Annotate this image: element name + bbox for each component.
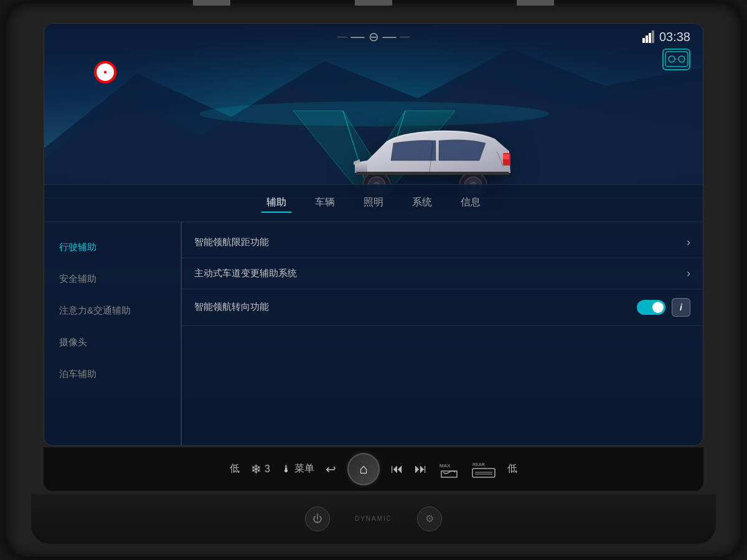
bg-scene: ● <box>44 24 703 210</box>
back-button[interactable]: ↩ <box>326 462 336 477</box>
signal-bar-3 <box>649 33 651 43</box>
home-button[interactable]: ⌂ <box>347 453 380 485</box>
bottom-bar: 低 ❄ 3 🌡 菜单 ↩ ⌂ ⏮ <box>44 447 703 491</box>
svg-text:REAR: REAR <box>472 462 484 467</box>
tab-vehicle[interactable]: 车辆 <box>310 194 340 213</box>
smart-cruise-label: 智能领航限距功能 <box>194 236 687 248</box>
assist-icon <box>662 49 690 70</box>
tab-assist[interactable]: 辅助 <box>261 194 291 213</box>
smart-steer-toggle[interactable] <box>637 300 665 315</box>
menu-panel: 辅助 车辆 照明 系统 信息 行驶辅助 安全辅助 注意力&交通辅助 摄像头 泊车… <box>44 184 703 446</box>
main-screen: ● <box>44 23 703 446</box>
left-temp-label: 低 <box>230 462 240 475</box>
tab-info[interactable]: 信息 <box>456 194 486 213</box>
sidebar-item-driving-assist[interactable]: 行驶辅助 <box>44 231 181 263</box>
tab-bar: 辅助 车辆 照明 系统 信息 <box>44 185 703 222</box>
svg-point-20 <box>679 56 685 62</box>
sidebar-item-attention-traffic[interactable]: 注意力&交通辅助 <box>44 295 181 327</box>
svg-text:MAX: MAX <box>439 463 451 469</box>
svg-point-19 <box>669 56 675 62</box>
top-clips <box>6 0 741 6</box>
menu-row-lane-change[interactable]: 主动式车道变更辅助系统 › <box>182 258 703 289</box>
left-sidebar: 行驶辅助 安全辅助 注意力&交通辅助 摄像头 泊车辅助 <box>44 222 181 446</box>
menu-row-smart-steer: 智能领航转向功能 i <box>182 289 703 326</box>
clip-2 <box>355 0 392 6</box>
signal-bar-2 <box>646 35 648 43</box>
back-icon: ↩ <box>326 462 336 477</box>
signal-icon <box>642 30 654 43</box>
signal-bar-1 <box>642 38 645 43</box>
bezel-bottom: ⏻ DYNAMIC ⚙ <box>31 494 716 544</box>
time-display: 03:38 <box>659 30 690 44</box>
dynamic-label: DYNAMIC <box>355 515 392 522</box>
prev-icon: ⏮ <box>391 462 403 476</box>
right-temp: 低 <box>507 462 517 475</box>
thermometer-icon: 🌡 <box>281 464 291 475</box>
next-button[interactable]: ⏭ <box>415 462 427 476</box>
tab-system[interactable]: 系统 <box>407 194 437 213</box>
menu-label: 菜单 <box>294 462 314 475</box>
svg-rect-24 <box>472 469 495 477</box>
sidebar-item-camera[interactable]: 摄像头 <box>44 327 181 358</box>
menu-button[interactable]: 🌡 菜单 <box>281 462 314 475</box>
clip-1 <box>193 0 230 6</box>
next-icon: ⏭ <box>415 462 427 476</box>
front-defrost[interactable]: MAX <box>438 460 460 478</box>
lane-change-label: 主动式车道变更辅助系统 <box>194 268 687 279</box>
svg-rect-15 <box>503 154 509 159</box>
fan-speed-label: 3 <box>265 464 270 475</box>
signal-bar-4 <box>652 30 654 43</box>
prev-button[interactable]: ⏮ <box>391 462 403 476</box>
top-center-icon: — ⊖ — <box>337 29 410 45</box>
settings-button[interactable]: ⚙ <box>417 506 442 531</box>
clip-3 <box>517 0 554 6</box>
right-content: 智能领航限距功能 › 主动式车道变更辅助系统 › 智能领航转向功能 <box>181 222 703 446</box>
rear-defrost[interactable]: REAR <box>471 460 496 478</box>
info-button[interactable]: i <box>672 298 690 317</box>
svg-rect-17 <box>356 172 509 175</box>
rear-defrost-icon: REAR <box>471 460 496 478</box>
chevron-right-2: › <box>687 267 690 280</box>
power-icon: ⏻ <box>312 513 322 525</box>
front-defrost-icon: MAX <box>438 460 460 478</box>
fan-icon: ❄ <box>251 462 261 477</box>
left-temp: 低 <box>230 462 240 475</box>
content-area: 行驶辅助 安全辅助 注意力&交通辅助 摄像头 泊车辅助 智能领航限距功能 › <box>44 222 703 446</box>
toggle-container: i <box>637 298 690 317</box>
chevron-right-1: › <box>687 236 690 249</box>
home-icon: ⌂ <box>359 461 367 477</box>
right-temp-label: 低 <box>507 462 517 475</box>
sidebar-item-safety-assist[interactable]: 安全辅助 <box>44 263 181 295</box>
sidebar-item-parking-assist[interactable]: 泊车辅助 <box>44 358 181 390</box>
menu-row-smart-cruise[interactable]: 智能领航限距功能 › <box>182 227 703 258</box>
settings-icon: ⚙ <box>425 513 434 525</box>
tab-lighting[interactable]: 照明 <box>359 194 388 213</box>
fan-control[interactable]: ❄ 3 <box>251 462 270 477</box>
status-bar: 03:38 <box>642 30 690 44</box>
screen-wrap: ● <box>31 17 716 544</box>
smart-steer-label: 智能领航转向功能 <box>194 301 637 313</box>
outer-frame: ● <box>6 3 741 557</box>
power-button[interactable]: ⏻ <box>305 506 330 531</box>
info-icon: i <box>680 302 682 312</box>
speed-limit-sign: ● <box>94 61 116 83</box>
